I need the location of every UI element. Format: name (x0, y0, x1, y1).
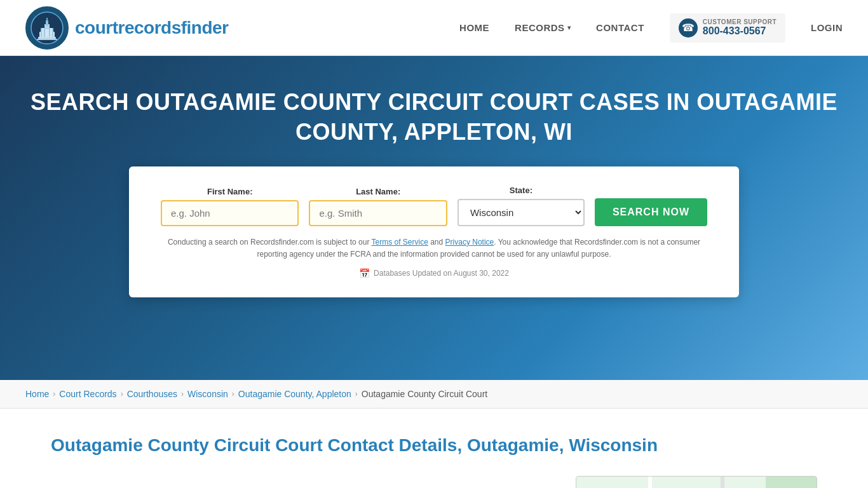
nav-login[interactable]: LOGIN (811, 22, 843, 33)
svg-rect-9 (52, 28, 53, 37)
calendar-icon: 📅 (359, 268, 370, 278)
breadcrumb-link-wisconsin[interactable]: Wisconsin (187, 389, 228, 399)
breadcrumb-item-wisconsin: Wisconsin › (187, 389, 234, 399)
last-name-input[interactable] (309, 200, 447, 226)
svg-rect-5 (46, 18, 48, 22)
last-name-group: Last Name: (309, 187, 447, 226)
breadcrumb-item-court-records: Court Records › (59, 389, 123, 399)
breadcrumb-item-outagamie-appleton: Outagamie County, Appleton › (238, 389, 358, 399)
hero-title: SEARCH OUTAGAMIE COUNTY CIRCUIT COURT CA… (25, 88, 843, 147)
breadcrumb: Home › Court Records › Courthouses › Wis… (0, 380, 868, 409)
svg-rect-11 (37, 39, 57, 40)
details-table: Court Name: Outagamie County Circuit Cou… (51, 476, 550, 488)
separator-icon: › (232, 390, 234, 398)
first-name-input[interactable] (161, 200, 299, 226)
breadcrumb-item-courthouses: Courthouses › (127, 389, 184, 399)
support-text: CUSTOMER SUPPORT 800-433-0567 (703, 18, 776, 37)
map-green-area: Jones (766, 477, 817, 488)
search-card: First Name: Last Name: State: AlabamaAla… (129, 166, 739, 297)
svg-rect-6 (41, 28, 42, 37)
breadcrumb-item-home: Home › (25, 389, 55, 399)
logo-icon (25, 6, 69, 50)
db-updated: 📅 Databases Updated on August 30, 2022 (161, 268, 707, 278)
first-name-group: First Name: (161, 187, 299, 226)
content-title: Outagamie County Circuit Court Contact D… (51, 434, 817, 457)
separator-icon: › (53, 390, 55, 398)
svg-rect-7 (44, 28, 45, 37)
tos-link[interactable]: Terms of Service (372, 238, 428, 247)
nav-contact[interactable]: CONTACT (596, 22, 644, 33)
separator-icon: › (181, 390, 184, 398)
disclaimer-text: Conducting a search on Recordsfinder.com… (161, 236, 707, 261)
navigation: HOME RECORDS ▾ CONTACT ☎ CUSTOMER SUPPOR… (459, 13, 843, 43)
state-group: State: AlabamaAlaskaArizonaArkansasCalif… (458, 186, 585, 226)
content-body: Court Name: Outagamie County Circuit Cou… (51, 476, 817, 488)
breadcrumb-link-outagamie-appleton[interactable]: Outagamie County, Appleton (238, 389, 351, 399)
support-area[interactable]: ☎ CUSTOMER SUPPORT 800-433-0567 (670, 13, 785, 43)
first-name-label: First Name: (161, 187, 299, 196)
breadcrumb-link-court-records[interactable]: Court Records (59, 389, 116, 399)
breadcrumb-item-circuit-court: Outagamie County Circuit Court (362, 389, 487, 399)
svg-rect-10 (38, 37, 56, 39)
map-container[interactable]: W 8th St W 8th St S Elm Jones 📍 Outagami… (576, 476, 817, 488)
state-label: State: (458, 186, 585, 195)
breadcrumb-current: Outagamie County Circuit Court (362, 389, 487, 399)
logo[interactable]: courtrecordsfinder (25, 6, 229, 50)
separator-icon: › (121, 390, 123, 398)
nav-home[interactable]: HOME (459, 22, 489, 33)
map-area: W 8th St W 8th St S Elm Jones 📍 Outagami… (576, 476, 817, 488)
chevron-down-icon: ▾ (567, 24, 571, 31)
road-v1 (648, 477, 652, 488)
detail-row-court-name: Court Name: Outagamie County Circuit Cou… (51, 476, 550, 488)
breadcrumb-link-home[interactable]: Home (25, 389, 49, 399)
privacy-link[interactable]: Privacy Notice (445, 238, 494, 247)
phone-icon: ☎ (679, 18, 698, 37)
search-fields: First Name: Last Name: State: AlabamaAla… (161, 186, 707, 226)
road-v2 (721, 477, 724, 488)
breadcrumb-list: Home › Court Records › Courthouses › Wis… (25, 389, 843, 399)
separator-icon: › (355, 390, 358, 398)
header: courtrecordsfinder HOME RECORDS ▾ CONTAC… (0, 0, 868, 56)
main-content: Outagamie County Circuit Court Contact D… (0, 409, 868, 488)
logo-text: courtrecordsfinder (75, 18, 229, 38)
search-button[interactable]: SEARCH NOW (595, 198, 707, 226)
hero-section: SEARCH OUTAGAMIE COUNTY CIRCUIT COURT CA… (0, 56, 868, 380)
svg-rect-8 (49, 28, 50, 37)
breadcrumb-link-courthouses[interactable]: Courthouses (127, 389, 177, 399)
last-name-label: Last Name: (309, 187, 447, 196)
state-select[interactable]: AlabamaAlaskaArizonaArkansasCaliforniaCo… (458, 199, 585, 226)
map-background: W 8th St W 8th St S Elm Jones 📍 Outagami… (576, 477, 817, 488)
nav-records[interactable]: RECORDS ▾ (515, 22, 571, 33)
